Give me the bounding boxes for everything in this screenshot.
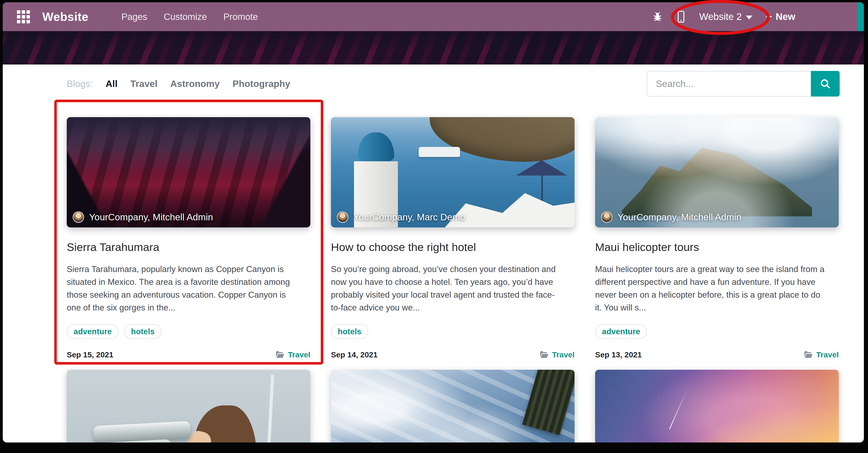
post-excerpt: Maui helicopter tours are a great way to… (595, 263, 826, 314)
post-excerpt: So you’re going abroad, you’ve chosen yo… (331, 263, 562, 314)
post-tags: hotels (331, 324, 575, 339)
mobile-preview-icon[interactable] (676, 10, 686, 23)
filter-astronomy[interactable]: Astronomy (170, 79, 220, 89)
folder-icon (804, 351, 813, 359)
edit-button-sliver[interactable] (858, 2, 864, 31)
website-switcher[interactable]: Website 2 (699, 11, 752, 22)
blog-cover-banner (3, 31, 864, 64)
new-content-button[interactable]: + New (766, 11, 795, 22)
author-row: YourCompany, Mitchell Admin (73, 211, 213, 223)
cloud-fog-overlay (595, 117, 839, 227)
post-cover-woman-binoculars[interactable] (67, 370, 310, 443)
post-footer: Sep 13, 2021 Travel (595, 350, 839, 359)
new-button-label: New (776, 11, 795, 22)
tag-hotels[interactable]: hotels (331, 324, 368, 339)
post-cover-santorini[interactable]: YourCompany, Marc Demo (331, 117, 575, 227)
post-category: Travel (552, 350, 575, 359)
post-date: Sep 14, 2021 (331, 350, 377, 359)
author-row: YourCompany, Mitchell Admin (601, 211, 741, 223)
post-cover-maui-island[interactable]: YourCompany, Mitchell Admin (595, 117, 839, 227)
tag-adventure[interactable]: adventure (67, 324, 119, 339)
menu-item-pages[interactable]: Pages (120, 9, 148, 24)
blog-card-hotel: YourCompany, Marc Demo How to choose the… (331, 117, 575, 359)
folder-icon (540, 351, 549, 359)
binocular-barrel-shape (93, 421, 191, 443)
post-date: Sep 15, 2021 (67, 350, 113, 359)
post-footer: Sep 15, 2021 Travel (67, 350, 310, 359)
author-name: YourCompany, Mitchell Admin (618, 212, 741, 223)
author-name: YourCompany, Marc Demo (353, 212, 465, 223)
author-name: YourCompany, Mitchell Admin (89, 212, 213, 223)
post-title[interactable]: Sierra Tarahumara (67, 241, 310, 254)
author-avatar (601, 211, 613, 223)
screenshot-frame: Website Pages Customize Promote (0, 0, 868, 453)
umbrella-pole-shape (541, 175, 543, 203)
author-avatar (73, 211, 84, 223)
blog-filters: Blogs: All Travel Astronomy Photography (67, 79, 290, 89)
tag-hotels[interactable]: hotels (124, 324, 161, 339)
post-category-link[interactable]: Travel (276, 350, 310, 359)
filters-label: Blogs: (67, 79, 93, 89)
post-title[interactable]: How to choose the right hotel (331, 241, 575, 254)
cruise-ship-shape (419, 147, 460, 157)
post-cover-dark-red-mountains[interactable]: YourCompany, Mitchell Admin (67, 117, 310, 227)
post-cover-earth-from-space[interactable] (331, 370, 575, 443)
post-category: Travel (816, 350, 839, 359)
website-switcher-label: Website 2 (699, 11, 742, 22)
plus-icon: + (766, 11, 772, 22)
post-tags: adventure hotels (67, 324, 310, 339)
post-category-link[interactable]: Travel (804, 350, 839, 359)
author-avatar (337, 211, 348, 223)
search-icon (819, 78, 831, 90)
satellite-shape (522, 370, 575, 435)
filter-photography[interactable]: Photography (232, 79, 290, 89)
app-title[interactable]: Website (42, 10, 88, 24)
search-input[interactable] (647, 71, 811, 96)
blog-post-grid: YourCompany, Mitchell Admin Sierra Tarah… (67, 117, 864, 359)
debug-bug-icon[interactable] (652, 11, 663, 22)
chevron-down-icon (746, 16, 752, 20)
blog-card-maui: YourCompany, Mitchell Admin Maui helicop… (595, 117, 839, 359)
author-row: YourCompany, Marc Demo (337, 211, 465, 223)
menu-item-promote[interactable]: Promote (222, 9, 259, 24)
folder-icon (276, 351, 285, 359)
post-cover-milky-way[interactable] (595, 370, 839, 443)
tag-adventure[interactable]: adventure (595, 324, 647, 339)
menu-item-customize[interactable]: Customize (163, 9, 208, 24)
navbar-right-group: Website 2 + New (652, 10, 795, 23)
post-footer: Sep 14, 2021 Travel (331, 350, 575, 359)
search-bar (647, 71, 840, 96)
search-button[interactable] (811, 71, 840, 96)
blue-dome-shape (358, 133, 394, 163)
post-title[interactable]: Maui helicopter tours (595, 241, 839, 254)
navbar-menu: Pages Customize Promote (120, 9, 259, 24)
railing-shape (265, 375, 274, 443)
post-tags: adventure (595, 324, 839, 339)
blog-toolbar: Blogs: All Travel Astronomy Photography (67, 71, 840, 96)
filter-all[interactable]: All (105, 79, 118, 89)
stars-overlay (595, 370, 839, 443)
post-category-link[interactable]: Travel (540, 350, 575, 359)
post-category: Travel (288, 350, 310, 359)
browser-viewport: Website Pages Customize Promote (3, 2, 864, 443)
blog-card-sierra: YourCompany, Mitchell Admin Sierra Tarah… (67, 117, 310, 359)
post-date: Sep 13, 2021 (595, 350, 642, 359)
post-excerpt: Sierra Tarahumara, popularly known as Co… (67, 263, 298, 314)
apps-grid-icon[interactable] (17, 10, 30, 23)
blog-post-grid-row2 (67, 370, 864, 443)
filter-travel[interactable]: Travel (130, 79, 157, 89)
top-navbar: Website Pages Customize Promote (3, 2, 864, 31)
